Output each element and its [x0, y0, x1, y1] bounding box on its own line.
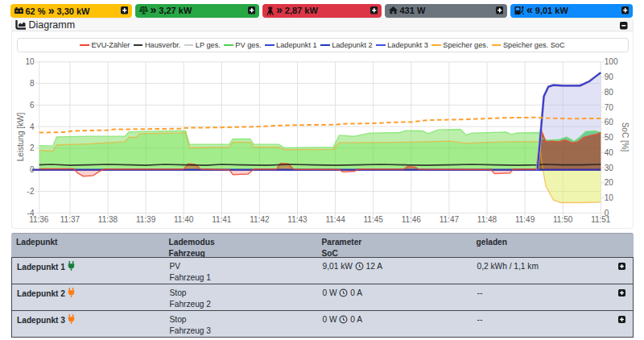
svg-text:8: 8	[30, 79, 35, 88]
svg-text:90: 90	[605, 73, 614, 81]
svg-text:4: 4	[30, 122, 35, 131]
svg-text:10: 10	[605, 193, 614, 202]
svg-text:70: 70	[605, 103, 614, 112]
svg-text:2: 2	[30, 143, 35, 152]
svg-text:11:49: 11:49	[515, 215, 535, 224]
svg-text:11:46: 11:46	[402, 215, 422, 224]
svg-text:50: 50	[605, 133, 614, 142]
svg-text:11:37: 11:37	[60, 215, 80, 224]
svg-text:11:43: 11:43	[287, 215, 308, 224]
svg-text:11:36: 11:36	[29, 215, 49, 224]
svg-text:11:48: 11:48	[477, 215, 497, 224]
svg-text:11:41: 11:41	[212, 215, 232, 224]
svg-text:-2: -2	[27, 187, 35, 196]
svg-text:11:45: 11:45	[364, 215, 384, 224]
svg-text:Leistung [kW]: Leistung [kW]	[16, 112, 25, 161]
svg-text:11:44: 11:44	[325, 215, 345, 224]
svg-text:11:50: 11:50	[553, 215, 573, 224]
svg-text:30: 30	[605, 164, 614, 172]
svg-text:60: 60	[605, 118, 614, 126]
svg-text:11:38: 11:38	[98, 215, 118, 224]
svg-text:10: 10	[25, 57, 35, 66]
svg-text:11:42: 11:42	[250, 215, 270, 224]
svg-text:6: 6	[30, 101, 35, 110]
svg-text:20: 20	[605, 178, 614, 187]
svg-text:0: 0	[30, 165, 35, 174]
svg-text:11:39: 11:39	[136, 215, 156, 224]
svg-text:80: 80	[605, 88, 614, 97]
svg-text:11:40: 11:40	[174, 215, 194, 224]
svg-text:100: 100	[605, 57, 618, 66]
svg-text:40: 40	[605, 148, 614, 157]
svg-text:SoC [%]: SoC [%]	[621, 122, 630, 152]
svg-text:0: 0	[605, 209, 609, 218]
svg-text:11:47: 11:47	[440, 215, 460, 224]
